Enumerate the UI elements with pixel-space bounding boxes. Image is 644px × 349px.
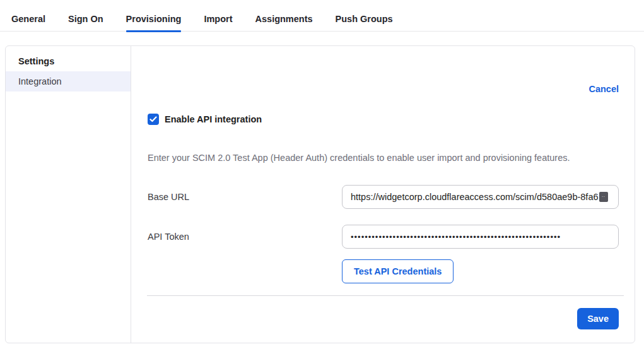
save-button[interactable]: Save bbox=[577, 308, 619, 329]
base-url-value: https://widgetcorp.cloudflareaccess.com/… bbox=[351, 192, 599, 202]
sidebar: Settings Integration bbox=[6, 46, 131, 343]
tab-import[interactable]: Import bbox=[204, 0, 232, 31]
tab-push-groups[interactable]: Push Groups bbox=[336, 0, 393, 31]
checkmark-icon bbox=[149, 116, 157, 122]
api-token-label: API Token bbox=[148, 232, 342, 242]
text-overflow-indicator-icon bbox=[599, 192, 608, 202]
sidebar-item-integration[interactable]: Integration bbox=[6, 71, 131, 92]
base-url-field-row: Base URL https://widgetcorp.cloudflareac… bbox=[148, 185, 619, 209]
divider bbox=[147, 295, 624, 296]
cancel-link[interactable]: Cancel bbox=[588, 84, 619, 94]
sidebar-header-settings: Settings bbox=[6, 51, 131, 71]
api-token-value: ••••••••••••••••••••••••••••••••••••••••… bbox=[351, 232, 561, 242]
api-token-input[interactable]: ••••••••••••••••••••••••••••••••••••••••… bbox=[342, 225, 619, 249]
test-credentials-row: Test API Credentials bbox=[148, 259, 619, 283]
tab-sign-on[interactable]: Sign On bbox=[68, 0, 103, 31]
provisioning-panel: Settings Integration Cancel Enable API i… bbox=[5, 45, 635, 343]
enable-api-row: Enable API integration bbox=[148, 114, 619, 125]
cancel-row: Cancel bbox=[148, 46, 619, 95]
tab-bar: General Sign On Provisioning Import Assi… bbox=[0, 0, 644, 32]
tab-general[interactable]: General bbox=[11, 0, 45, 31]
test-api-credentials-button[interactable]: Test API Credentials bbox=[342, 259, 454, 283]
base-url-input[interactable]: https://widgetcorp.cloudflareaccess.com/… bbox=[342, 185, 619, 209]
main-content: Cancel Enable API integration Enter your… bbox=[131, 46, 635, 343]
api-token-field-row: API Token ••••••••••••••••••••••••••••••… bbox=[148, 225, 619, 249]
base-url-label: Base URL bbox=[148, 192, 342, 202]
enable-api-checkbox[interactable] bbox=[148, 114, 159, 125]
tab-provisioning[interactable]: Provisioning bbox=[126, 0, 182, 31]
tab-assignments[interactable]: Assignments bbox=[255, 0, 313, 31]
save-row: Save bbox=[148, 308, 619, 329]
enable-api-label: Enable API integration bbox=[165, 114, 262, 124]
credentials-description: Enter your SCIM 2.0 Test App (Header Aut… bbox=[148, 152, 619, 163]
